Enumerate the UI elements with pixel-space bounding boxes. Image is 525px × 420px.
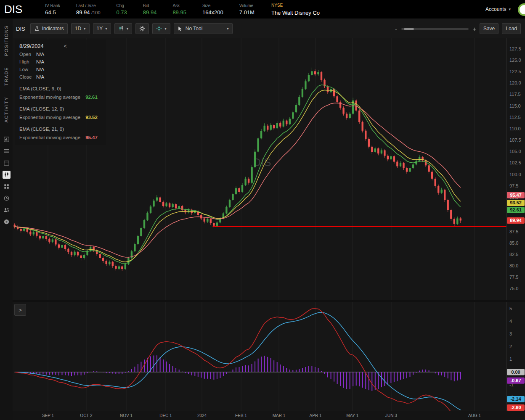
price-tick: 80.0 [509, 263, 518, 268]
sidebar-tab-activity[interactable]: ACTIVITY [4, 97, 9, 123]
crosshair-icon [156, 26, 162, 32]
zoom-out-button[interactable]: - [395, 26, 397, 32]
legend-row-high: HighN/A [19, 59, 102, 64]
legend-row-open: OpenN/A [19, 52, 102, 57]
macd-signal-line [15, 312, 461, 410]
chart-settings-button[interactable] [135, 23, 149, 34]
save-button[interactable]: Save [480, 23, 498, 34]
field-size: Size 164x200 [202, 3, 223, 16]
zoom-control: - + [395, 26, 476, 32]
axis-badge-label: 95.47 [510, 193, 522, 198]
axis-badge-label: -2.14 [510, 396, 521, 402]
crosshair-dropdown[interactable]: ▾ [152, 23, 170, 34]
legend-ema21-title: EMA (CLOSE, 21, 0) [19, 127, 102, 132]
chart-type-dropdown[interactable]: ▾ [114, 23, 133, 34]
chart-module: DIS Indicators 1D ▾ 1Y ▾ ▾ [13, 18, 525, 420]
field-label: Chg [117, 3, 127, 8]
price-tick: 82.5 [509, 252, 518, 257]
timeframe-dropdown[interactable]: 1D ▾ [71, 23, 90, 34]
expand-lower-panel-button[interactable]: > [14, 304, 26, 316]
ask-value[interactable]: 89.95 [172, 9, 186, 16]
last-value: 89.94 /100 [76, 9, 101, 16]
zoom-slider[interactable] [401, 28, 469, 30]
zoom-in-button[interactable]: + [473, 26, 476, 32]
quote-fields: IV Rank 64.5 Last / Size 89.94 /100 Chg … [45, 3, 255, 16]
price-chart-panel: DIS75.077.580.082.585.087.590.092.595.09… [13, 38, 525, 300]
macd-panel-canvas[interactable]: 543210-1-20.00-0.67-2.14-2.80 [13, 302, 525, 411]
price-tick: 107.5 [509, 137, 521, 143]
time-axis-label: AUG 1 [468, 413, 481, 418]
macd-tick: 5 [509, 306, 512, 311]
price-tick: 77.5 [509, 275, 518, 280]
load-button[interactable]: Load [502, 23, 521, 34]
zoom-slider-handle[interactable] [404, 28, 414, 30]
price-tick: 85.0 [509, 240, 518, 246]
macd-tick: 1 [509, 357, 512, 362]
time-axis-label: APR 1 [310, 413, 322, 418]
price-tick: 115.0 [509, 103, 521, 108]
macd-tick: 2 [509, 344, 512, 349]
size-value: 164x200 [202, 9, 223, 16]
svg-text:?: ? [5, 220, 8, 224]
range-dropdown[interactable]: 1Y ▾ [93, 23, 111, 34]
grid-icon[interactable] [3, 182, 11, 190]
volume-value: 7.01M [239, 9, 255, 16]
legend-collapse-chevron[interactable]: < [64, 43, 67, 49]
field-label: Volume [239, 3, 255, 8]
time-axis-label: FEB 1 [235, 413, 247, 418]
left-sidebar: POSITIONS TRADE ACTIVITY [0, 18, 13, 420]
time-axis-label: JUN 3 [385, 413, 397, 418]
price-tick: 112.5 [509, 115, 521, 120]
price-tick: 117.5 [509, 92, 521, 97]
quote-header: DIS IV Rank 64.5 Last / Size 89.94 /100 … [0, 0, 525, 18]
follow-icon[interactable] [3, 206, 11, 214]
time-axis-label: SEP 1 [42, 413, 54, 418]
field-last-size: Last / Size 89.94 /100 [76, 3, 101, 16]
indicators-button[interactable]: Indicators [30, 23, 68, 34]
last-size-suffix: /100 [91, 10, 100, 15]
drawing-tool-dropdown[interactable]: No Tool ▾ [174, 23, 233, 34]
accounts-menu[interactable]: Accounts ▾ [485, 6, 511, 12]
iv-rank-value: 64.5 [45, 9, 60, 16]
exchange-name: NYSE [271, 3, 320, 8]
time-axis-label: NOV 1 [120, 413, 133, 418]
legend-ema12-value: 93.52 [85, 115, 98, 120]
history-icon[interactable] [3, 194, 11, 202]
main-area: POSITIONS TRADE ACTIVITY [0, 18, 525, 420]
help-icon[interactable]: ? [3, 218, 11, 226]
legend-ema12-title: EMA (CLOSE, 12, 0) [19, 106, 102, 111]
bid-value[interactable]: 89.94 [143, 9, 157, 16]
time-axis-label: OCT 2 [80, 413, 92, 418]
time-axis-label: MAY 1 [346, 413, 358, 418]
chart-legend: 8/29/2024 < OpenN/A HighN/A LowN/A Close… [15, 40, 106, 145]
watchlist-icon[interactable] [3, 147, 11, 155]
chevron-down-icon: ▾ [164, 26, 167, 31]
ticker-symbol[interactable]: DIS [4, 0, 22, 18]
sidebar-tab-trade[interactable]: TRADE [4, 67, 9, 86]
price-tick: 97.5 [509, 183, 518, 188]
legend-row-close: CloseN/A [19, 74, 102, 79]
time-axis-label: MAR 1 [273, 413, 286, 418]
exchange-block: NYSE The Walt Disney Co [271, 3, 320, 16]
field-label: Size [202, 3, 223, 8]
price-tick: 122.5 [509, 69, 521, 74]
axis-badge-label: 0.00 [511, 370, 520, 375]
chevron-down-icon: ▾ [105, 26, 107, 31]
brand-logo[interactable] [518, 3, 525, 16]
chevron-down-icon: ▾ [509, 7, 511, 11]
window-icon[interactable] [3, 159, 11, 167]
sidebar-tab-positions[interactable]: POSITIONS [4, 25, 9, 56]
company-name: The Walt Disney Co [271, 10, 320, 16]
chevron-down-icon: ▾ [84, 26, 86, 31]
app-root: DIS IV Rank 64.5 Last / Size 89.94 /100 … [0, 0, 525, 420]
sidebar-icon-stack: ? [3, 135, 11, 226]
legend-ema9-title: EMA (CLOSE, 9, 0) [19, 86, 102, 91]
chart-icon[interactable] [3, 171, 11, 179]
time-axis: SEP 1OCT 2NOV 1DEC 12024FEB 1MAR 1APR 1M… [13, 411, 525, 420]
field-chg: Chg 0.73 [117, 3, 127, 16]
journal-icon[interactable] [3, 135, 11, 143]
axis-badge-label: -0.67 [510, 378, 521, 383]
price-tick: 105.0 [509, 149, 521, 154]
chg-value: 0.73 [117, 9, 127, 16]
gear-icon [139, 26, 145, 32]
